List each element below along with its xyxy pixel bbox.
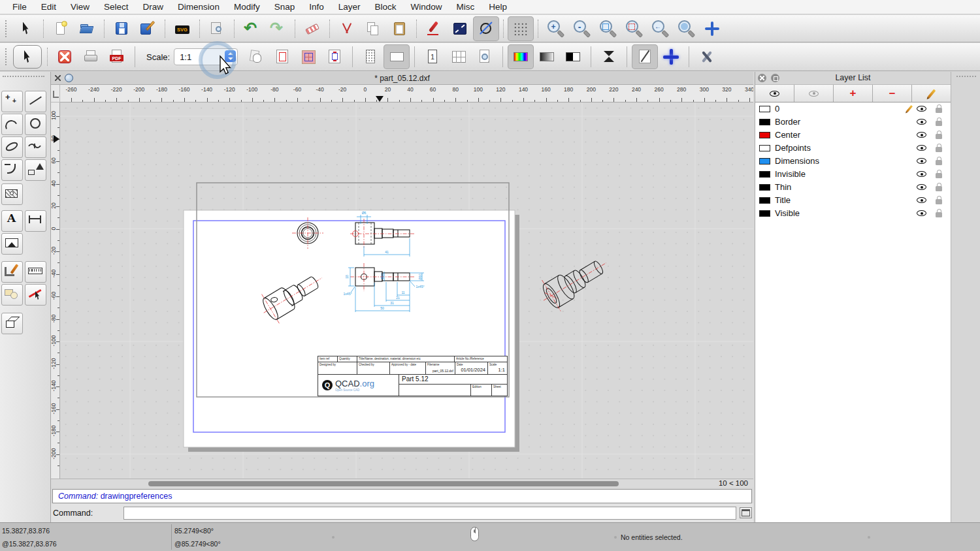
layer-row-border[interactable]: Border [755, 116, 951, 129]
distance-tool-button[interactable] [447, 16, 473, 41]
multiple-pages-button[interactable] [446, 44, 472, 69]
menu-info[interactable]: Info [302, 0, 331, 14]
new-file-button[interactable] [48, 16, 74, 41]
menu-dimension[interactable]: Dimension [171, 0, 227, 14]
layer-lock-icon[interactable] [936, 104, 942, 113]
pan-button[interactable] [699, 16, 725, 41]
layer-color-swatch[interactable] [759, 132, 770, 138]
cad-tools-tool-button[interactable] [1, 261, 23, 283]
copy-button[interactable] [360, 16, 386, 41]
hide-all-layers-button[interactable] [794, 85, 834, 102]
layer-color-swatch[interactable] [759, 145, 770, 151]
save-button[interactable] [108, 16, 135, 41]
spline-tool-button[interactable] [25, 136, 46, 158]
horizontal-scrollbar[interactable]: 10 < 100 [51, 479, 753, 488]
line-tool-button[interactable] [25, 91, 46, 112]
layer-color-swatch[interactable] [759, 210, 770, 217]
layer-visibility-icon[interactable] [917, 106, 926, 112]
polyline-tool-button[interactable] [1, 159, 23, 181]
print-button[interactable] [78, 44, 104, 69]
trim-tool-button[interactable] [25, 284, 46, 306]
menu-file[interactable]: File [5, 0, 34, 14]
menu-view[interactable]: View [63, 0, 97, 14]
layer-visibility-icon[interactable] [917, 158, 926, 164]
layer-visibility-icon[interactable] [917, 171, 926, 177]
layer-lock-icon[interactable] [936, 209, 942, 217]
menu-select[interactable]: Select [97, 0, 136, 14]
zoom-in-button[interactable] [542, 16, 568, 41]
layer-color-swatch[interactable] [759, 158, 770, 165]
shape-tool-button[interactable] [25, 159, 46, 181]
layer-visibility-icon[interactable] [917, 184, 926, 190]
circle-tool-button[interactable] [25, 114, 46, 135]
menu-block[interactable]: Block [368, 0, 404, 14]
menu-help[interactable]: Help [482, 0, 514, 14]
menu-edit[interactable]: Edit [34, 0, 63, 14]
black-white-mode-button[interactable] [560, 44, 586, 69]
paper-borders-button[interactable] [269, 44, 295, 69]
panel-close-icon[interactable] [758, 74, 766, 82]
menu-snap[interactable]: Snap [267, 0, 302, 14]
layer-lock-icon[interactable] [936, 157, 942, 165]
zoom-selection-button[interactable] [621, 16, 647, 41]
print-preview-button[interactable] [204, 16, 230, 41]
zoom-window-button[interactable] [673, 16, 699, 41]
edit-layer-button[interactable] [912, 85, 951, 102]
command-input[interactable] [123, 507, 736, 520]
menu-window[interactable]: Window [404, 0, 449, 14]
layer-row-title[interactable]: Title [755, 194, 951, 207]
image-tool-button[interactable] [1, 233, 23, 255]
layer-lock-icon[interactable] [936, 131, 942, 139]
menu-misc[interactable]: Misc [449, 0, 482, 14]
erase-button[interactable] [299, 16, 325, 41]
layer-lock-icon[interactable] [936, 118, 942, 126]
layer-lock-icon[interactable] [936, 144, 942, 152]
grid-toggle-button[interactable] [508, 16, 534, 41]
solid-tool-button[interactable] [1, 313, 23, 334]
layer-visibility-icon[interactable] [917, 145, 926, 151]
dock-grip[interactable] [956, 76, 976, 77]
layer-visibility-icon[interactable] [917, 119, 926, 125]
layer-lock-icon[interactable] [936, 196, 942, 204]
layer-color-swatch[interactable] [759, 106, 770, 112]
grayscale-mode-button[interactable] [534, 44, 560, 69]
menu-modify[interactable]: Modify [227, 0, 267, 14]
layer-color-swatch[interactable] [759, 119, 770, 125]
layer-row-dimensions[interactable]: Dimensions [755, 155, 951, 168]
scale-combobox[interactable]: 1:1 [174, 48, 238, 65]
undo-button[interactable] [238, 16, 265, 41]
remove-layer-button[interactable] [873, 85, 912, 102]
landscape-orientation-button[interactable] [384, 44, 410, 69]
zoom-to-page-button[interactable] [472, 44, 498, 69]
pdf-export-button[interactable] [104, 44, 130, 69]
full-color-mode-button[interactable] [508, 44, 534, 69]
arc-tool-button[interactable] [1, 114, 23, 135]
toolbar-grip[interactable] [5, 20, 10, 37]
drawing-canvas[interactable]: Ø6 41 [60, 102, 753, 479]
palette-grip[interactable] [3, 76, 44, 77]
toolbar-grip[interactable] [5, 48, 10, 65]
layer-row-invisible[interactable]: Invisible [755, 168, 951, 181]
zoom-out-button[interactable] [568, 16, 595, 41]
modify-tool-button[interactable] [1, 284, 23, 306]
move-paper-position-button[interactable] [243, 44, 269, 69]
command-options-button[interactable] [740, 507, 752, 518]
layer-color-swatch[interactable] [759, 184, 770, 191]
restrict-off-button[interactable] [473, 16, 499, 41]
layer-row-0[interactable]: 0 [755, 102, 951, 116]
point-tool-button[interactable] [1, 91, 23, 112]
crosshair-toggle-button[interactable] [658, 44, 684, 69]
redo-button[interactable] [265, 16, 291, 41]
scale-stepper-icon[interactable] [225, 50, 236, 62]
portrait-orientation-button[interactable] [357, 44, 384, 69]
layer-lock-icon[interactable] [936, 183, 942, 191]
layer-color-swatch[interactable] [759, 171, 770, 178]
auto-fit-drawing-button[interactable] [321, 44, 348, 69]
layer-row-center[interactable]: Center [755, 129, 951, 142]
selection-pointer-button[interactable] [13, 16, 39, 41]
cut-button[interactable] [334, 16, 360, 41]
dimension-tool-button[interactable] [25, 210, 46, 232]
open-file-button[interactable] [74, 16, 100, 41]
panel-detach-icon[interactable] [771, 74, 779, 82]
layer-visibility-icon[interactable] [917, 197, 926, 203]
